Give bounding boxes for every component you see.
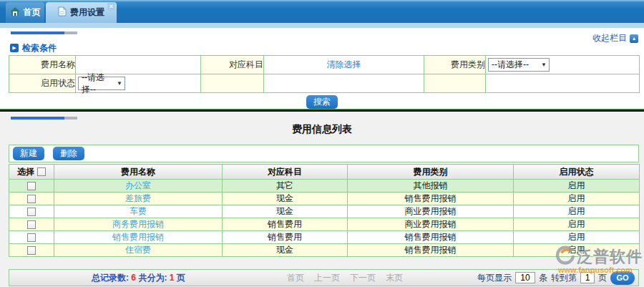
clear-selection-link[interactable]: 清除选择 bbox=[327, 59, 361, 69]
subject-cell: 现金 bbox=[223, 205, 348, 218]
subject-cell: 销售费用 bbox=[223, 231, 348, 244]
category-select-value: --请选择-- bbox=[492, 59, 529, 71]
empty-label-cell bbox=[201, 74, 264, 93]
chevron-down-icon: ▼ bbox=[117, 80, 122, 87]
list-title: 费用信息列表 bbox=[0, 123, 644, 136]
name-column-header: 费用名称 bbox=[54, 165, 223, 180]
category-cell: 销售费用报销 bbox=[348, 244, 514, 257]
tab-home[interactable]: 首页 bbox=[6, 2, 44, 23]
fee-table: 选择 费用名称 对应科目 费用类别 启用状态 办公室 其它 其他报销 启用 差旅… bbox=[9, 164, 640, 257]
pagination-bar: 总记录数: 6 共分为: 1 页 首页 上一页 下一页 末页 每页显示 条 转到… bbox=[9, 269, 639, 286]
pages-label: 共分为: bbox=[138, 273, 167, 283]
close-tab-icon[interactable]: × bbox=[107, 3, 115, 11]
progress-bar-gray bbox=[64, 117, 77, 120]
category-cell: 其他报销 bbox=[348, 180, 514, 193]
go-button[interactable]: GO bbox=[610, 271, 635, 285]
tab-bar: 首页 费用设置 × bbox=[0, 0, 644, 23]
status-cell: 启用 bbox=[514, 244, 640, 257]
first-page-link[interactable]: 首页 bbox=[287, 270, 304, 286]
subject-cell: 现金 bbox=[223, 193, 348, 205]
search-conditions-header: ▶ 检索条件 bbox=[10, 42, 644, 54]
fee-name-link[interactable]: 商务费用报销 bbox=[112, 219, 164, 229]
fee-name-link[interactable]: 住宿费 bbox=[125, 245, 151, 255]
per-page-input[interactable] bbox=[515, 272, 535, 283]
empty-label-cell bbox=[424, 74, 486, 93]
pagination-nav: 首页 上一页 下一页 末页 bbox=[287, 270, 403, 286]
next-page-link[interactable]: 下一页 bbox=[350, 270, 376, 286]
category-cell: 销售费用报销 bbox=[348, 193, 514, 205]
status-cell: 启用 bbox=[514, 193, 640, 205]
subject-cell: 销售费用 bbox=[223, 218, 348, 231]
search-form-table: 费用名称 对应科目 清除选择 费用类别 --请选择-- ▼ 启用状态 --请选择… bbox=[9, 55, 640, 93]
progress-bar-blue bbox=[11, 117, 64, 120]
tab-fee-settings[interactable]: 费用设置 × bbox=[46, 2, 117, 23]
search-button[interactable]: 搜索 bbox=[306, 95, 338, 109]
subject-cell: 其它 bbox=[223, 180, 348, 193]
progress-decoration bbox=[11, 117, 77, 120]
chevron-down-icon: ▼ bbox=[541, 62, 547, 68]
goto-page-input[interactable] bbox=[580, 272, 595, 283]
fee-list-section: 费用信息列表 新建 删除 选择 费用名称 对应科目 费用类别 启用状态 办公室 … bbox=[0, 117, 644, 287]
fee-name-link[interactable]: 办公室 bbox=[125, 180, 151, 190]
select-all-checkbox[interactable] bbox=[37, 167, 46, 176]
status-select[interactable]: --请选择-- ▼ bbox=[78, 77, 125, 90]
pages-value: 1 bbox=[170, 273, 175, 283]
section-arrow-icon: ▶ bbox=[10, 44, 19, 52]
fee-name-link[interactable]: 差旅费 bbox=[125, 193, 151, 203]
status-label: 启用状态 bbox=[9, 74, 76, 93]
pagination-controls: 每页显示 条 转到第 页 GO bbox=[477, 270, 635, 286]
category-column-header: 费用类别 bbox=[348, 165, 514, 180]
per-page-unit: 条 bbox=[539, 270, 547, 286]
delete-button[interactable]: 删除 bbox=[53, 147, 84, 160]
category-select[interactable]: --请选择-- ▼ bbox=[488, 58, 550, 72]
empty-field-cell bbox=[486, 74, 640, 93]
table-row: 车费 现金 商业费用报销 启用 bbox=[9, 205, 640, 218]
goto-page-label: 转到第 bbox=[551, 270, 577, 286]
empty-field-cell bbox=[264, 74, 424, 93]
total-records-label: 总记录数: bbox=[92, 273, 129, 283]
table-row: 住宿费 现金 销售费用报销 启用 bbox=[9, 244, 640, 257]
home-icon bbox=[10, 7, 20, 18]
category-cell: 销售费用报销 bbox=[348, 231, 514, 244]
row-checkbox[interactable] bbox=[27, 182, 36, 190]
fee-name-link[interactable]: 销售费用报销 bbox=[112, 232, 164, 242]
row-checkbox[interactable] bbox=[27, 220, 36, 229]
list-toolbar: 新建 删除 bbox=[9, 145, 639, 162]
per-page-label: 每页显示 bbox=[477, 270, 512, 286]
category-cell: 商业费用报销 bbox=[348, 205, 514, 218]
subject-label: 对应科目 bbox=[201, 56, 264, 74]
total-records-value: 6 bbox=[131, 273, 136, 283]
table-header-row: 选择 费用名称 对应科目 费用类别 启用状态 bbox=[9, 165, 640, 180]
select-header-label: 选择 bbox=[17, 167, 34, 177]
table-row: 商务费用报销 销售费用 商业费用报销 启用 bbox=[9, 218, 640, 231]
table-row: 差旅费 现金 销售费用报销 启用 bbox=[9, 193, 640, 205]
progress-decoration bbox=[11, 31, 77, 34]
row-checkbox[interactable] bbox=[27, 195, 36, 203]
fee-name-link[interactable]: 车费 bbox=[130, 206, 147, 216]
record-stats: 总记录数: 6 共分为: 1 页 bbox=[92, 270, 185, 286]
fee-name-label: 费用名称 bbox=[9, 56, 76, 74]
status-cell: 启用 bbox=[514, 218, 640, 231]
new-button[interactable]: 新建 bbox=[13, 147, 44, 160]
fee-name-input[interactable] bbox=[76, 57, 200, 73]
tabbar-bottom-strip bbox=[0, 23, 644, 28]
row-checkbox[interactable] bbox=[27, 246, 36, 255]
row-checkbox[interactable] bbox=[27, 208, 36, 216]
prev-page-link[interactable]: 上一页 bbox=[314, 270, 340, 286]
last-page-link[interactable]: 末页 bbox=[386, 270, 403, 286]
status-cell: 启用 bbox=[514, 180, 640, 193]
table-row: 销售费用报销 销售费用 销售费用报销 启用 bbox=[9, 231, 640, 244]
status-select-value: --请选择-- bbox=[82, 72, 112, 96]
category-cell: 商业费用报销 bbox=[348, 218, 514, 231]
search-conditions-title: 检索条件 bbox=[22, 42, 57, 54]
pages-unit: 页 bbox=[177, 273, 185, 283]
status-cell: 启用 bbox=[514, 205, 640, 218]
row-checkbox[interactable] bbox=[27, 233, 36, 242]
collapse-link-label: 收起栏目 bbox=[592, 32, 627, 44]
collapse-icon: ▴ bbox=[630, 34, 638, 43]
collapse-columns-link[interactable]: 收起栏目 ▴ bbox=[592, 32, 638, 44]
search-section: 收起栏目 ▴ ▶ 检索条件 费用名称 对应科目 清除选择 费用类别 --请选择-… bbox=[0, 28, 644, 109]
tab-fee-settings-label: 费用设置 bbox=[70, 6, 104, 19]
document-icon bbox=[58, 6, 67, 19]
tab-home-label: 首页 bbox=[24, 6, 41, 19]
